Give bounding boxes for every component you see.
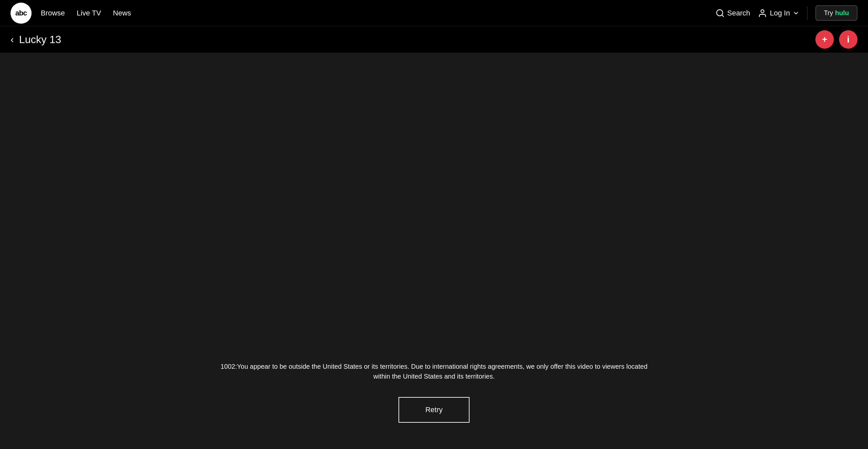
add-to-list-button[interactable]: + xyxy=(815,30,834,49)
nav-browse[interactable]: Browse xyxy=(41,9,65,18)
page-title: Lucky 13 xyxy=(19,34,61,46)
person-icon xyxy=(758,8,767,18)
try-label: Try xyxy=(824,9,833,17)
navbar: abc Browse Live TV News Search Log In xyxy=(0,0,868,26)
login-button[interactable]: Log In xyxy=(758,8,799,18)
svg-line-1 xyxy=(722,15,723,17)
chevron-down-icon xyxy=(793,10,799,17)
nav-divider xyxy=(807,7,807,20)
nav-right: Search Log In Try hulu xyxy=(715,5,858,21)
search-button[interactable]: Search xyxy=(715,8,750,18)
info-button[interactable]: i xyxy=(839,30,858,49)
search-label: Search xyxy=(727,9,750,18)
retry-button[interactable]: Retry xyxy=(399,397,470,423)
subheader: ‹ Lucky 13 + i xyxy=(0,26,868,53)
try-hulu-button[interactable]: Try hulu xyxy=(815,5,858,21)
nav-news[interactable]: News xyxy=(113,9,131,18)
search-icon xyxy=(715,8,725,18)
subheader-right: + i xyxy=(815,30,858,49)
error-message: 1002:You appear to be outside the United… xyxy=(204,361,664,381)
video-player-area: 1002:You appear to be outside the United… xyxy=(0,53,868,449)
subheader-left: ‹ Lucky 13 xyxy=(10,34,61,46)
abc-logo[interactable]: abc xyxy=(10,3,32,24)
back-button[interactable]: ‹ xyxy=(10,34,14,44)
nav-livetv[interactable]: Live TV xyxy=(76,9,101,18)
svg-point-2 xyxy=(761,9,764,12)
login-label: Log In xyxy=(770,9,790,18)
nav-links: Browse Live TV News xyxy=(41,9,131,18)
hulu-label: hulu xyxy=(835,9,849,17)
abc-logo-text: abc xyxy=(16,9,27,18)
